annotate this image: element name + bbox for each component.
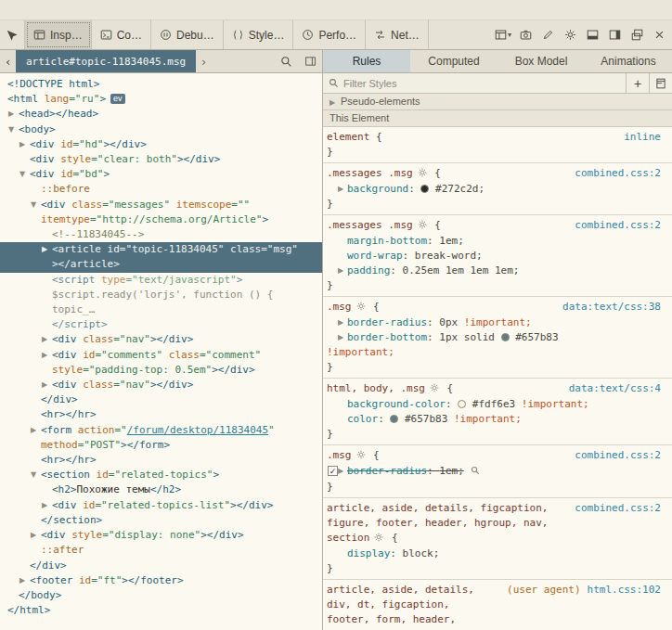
search-html-button[interactable] <box>274 50 298 72</box>
stylesheet-link[interactable]: data:text/css:38 <box>562 301 661 313</box>
frame-select-button[interactable]: ▾ <box>492 20 514 49</box>
sidebar-tab-box-model[interactable]: Box Model <box>498 50 585 72</box>
sidebar-tab-computed[interactable]: Computed <box>410 50 498 72</box>
expand-icon[interactable]: ▶ <box>31 528 41 543</box>
markup-line[interactable]: method="POST"></form> <box>0 438 322 453</box>
markup-line[interactable]: </div> <box>0 559 322 573</box>
markup-line[interactable]: ▼<div id="bd"> <box>0 167 322 182</box>
markup-line[interactable]: ▼<section id="related-topics"> <box>0 468 322 482</box>
computed-lookup-icon[interactable] <box>471 465 480 480</box>
css-declaration[interactable]: display: block; <box>323 546 672 561</box>
markup-line[interactable]: topic_… <box>0 302 322 317</box>
rule-selector[interactable]: html, body, .msg { <box>327 381 562 397</box>
expand-icon[interactable]: ▶ <box>338 182 347 197</box>
rule-selector[interactable]: .messages .msg { <box>327 166 567 182</box>
css-declaration[interactable]: ▶border-bottom: 1px solid #657b83 <box>323 330 672 345</box>
rule-selector[interactable]: article, aside, details,div, dt, figcapt… <box>327 583 499 630</box>
selector-highlighter-icon[interactable] <box>418 167 427 182</box>
markup-line[interactable]: </div> <box>0 392 322 407</box>
collapse-icon[interactable]: ▼ <box>31 198 41 212</box>
selector-highlighter-icon[interactable] <box>356 301 366 315</box>
selector-highlighter-icon[interactable] <box>430 382 439 397</box>
event-listener-badge[interactable]: ev <box>110 94 125 104</box>
markup-line[interactable]: $script.ready('lorjs', function () { <box>0 288 322 302</box>
expand-icon[interactable]: ▶ <box>338 264 347 278</box>
expand-icon[interactable]: ▶ <box>338 330 347 345</box>
markup-line[interactable]: ▶<div style="display: none"></div> <box>0 528 322 543</box>
markup-line[interactable]: ></article> <box>0 257 322 272</box>
filter-styles-input[interactable] <box>339 76 626 91</box>
css-declaration[interactable]: word-wrap: break-word; <box>323 249 672 264</box>
stylesheet-link[interactable]: combined.css:2 <box>575 219 661 231</box>
markup-line[interactable]: ▶<div id="related-topics-list"></div> <box>0 498 322 513</box>
rule-selector[interactable]: .msg { <box>327 448 567 464</box>
stylesheet-link[interactable]: combined.css:2 <box>575 167 661 179</box>
markup-line[interactable]: <!DOCTYPE html> <box>0 77 322 92</box>
markup-line[interactable]: <hr></hr> <box>0 407 322 422</box>
color-swatch[interactable] <box>501 333 510 341</box>
markup-line[interactable]: ▶<form action="/forum/desktop/11834045" <box>0 423 322 438</box>
markup-line[interactable]: ::before <box>0 182 322 197</box>
css-declaration[interactable]: ✓▶border-radius: 1em; <box>323 464 672 480</box>
markup-line[interactable]: </body> <box>0 588 322 603</box>
stylesheet-link[interactable]: html.css:102 <box>588 584 661 596</box>
markup-line[interactable]: </section> <box>0 513 322 528</box>
breadcrumb-back-button[interactable]: ‹ <box>0 50 16 72</box>
markup-line[interactable]: ::after <box>0 543 322 558</box>
separate-window-button[interactable] <box>626 20 648 49</box>
expand-icon[interactable]: ▶ <box>42 332 52 347</box>
color-swatch[interactable] <box>458 400 466 408</box>
breadcrumb-selected-node[interactable]: article#topic-11834045.msg <box>16 50 196 72</box>
devtools-tab-styleeditor[interactable]: Style… <box>224 20 294 49</box>
add-rule-button[interactable]: + <box>626 73 649 93</box>
expand-icon[interactable]: ▶ <box>42 242 52 257</box>
sidebar-tab-rules[interactable]: Rules <box>323 50 410 72</box>
split-console-button[interactable] <box>581 20 603 49</box>
expand-icon[interactable]: ▶ <box>338 464 347 479</box>
markup-line[interactable]: <h2>Похожие темы</h2> <box>0 482 322 497</box>
stylesheet-link[interactable]: combined.css:2 <box>575 502 661 514</box>
css-declaration[interactable]: ▶background: #272c2d; <box>323 182 672 197</box>
expand-icon[interactable]: ▶ <box>330 95 341 110</box>
markup-line[interactable]: ▶<article id="topic-11834045" class="msg… <box>0 242 322 257</box>
markup-line[interactable]: ▶<head></head> <box>0 107 322 122</box>
markup-line[interactable]: <script type="text/javascript"> <box>0 273 322 288</box>
expand-icon[interactable]: ▶ <box>42 378 52 392</box>
screenshot-button[interactable] <box>514 20 536 49</box>
markup-line[interactable]: itemtype="http://schema.org/Article"> <box>0 212 322 227</box>
sidebar-tab-animations[interactable]: Animations <box>585 50 672 72</box>
css-declaration[interactable]: background-color: #fdf6e3 !important; <box>323 397 672 412</box>
close-button[interactable] <box>648 20 670 49</box>
collapse-icon[interactable]: ▼ <box>8 122 19 137</box>
rule-selector[interactable]: article, aside, details, figcaption,figu… <box>327 501 567 546</box>
rule-selector[interactable]: .messages .msg { <box>327 218 567 234</box>
rule-selector[interactable]: element { <box>327 130 616 145</box>
markup-line[interactable]: </script> <box>0 317 322 332</box>
markup-line[interactable]: <!--11834045--> <box>0 227 322 242</box>
markup-line[interactable]: ▶<footer id="ft"></footer> <box>0 573 322 588</box>
selector-highlighter-icon[interactable] <box>374 532 383 546</box>
expand-icon[interactable]: ▶ <box>338 315 347 330</box>
devtools-tab-network[interactable]: Net… <box>366 20 429 49</box>
pseudo-elements-header[interactable]: ▶Pseudo-elements <box>323 94 672 110</box>
settings-button[interactable] <box>559 20 581 49</box>
devtools-tab-inspector[interactable]: Insp… <box>25 20 92 49</box>
expand-icon[interactable]: ▶ <box>31 423 41 438</box>
collapse-icon[interactable]: ▼ <box>19 167 30 182</box>
markup-line[interactable]: ▶<div class="nav"></div> <box>0 378 322 392</box>
dock-side-button[interactable] <box>603 20 626 49</box>
devtools-tab-debugger[interactable]: Debu… <box>151 20 224 49</box>
markup-line[interactable]: ▶<div class="nav"></div> <box>0 332 322 347</box>
css-declaration[interactable]: ▶padding: 0.25em 1em 1em 1em; <box>323 264 672 278</box>
collapse-icon[interactable]: ▼ <box>31 468 41 482</box>
expand-pane-button[interactable] <box>298 50 322 72</box>
declaration-enabled-checkbox[interactable]: ✓ <box>328 466 338 476</box>
markup-line[interactable]: ▼<body> <box>0 122 322 137</box>
attribute-link[interactable]: /forum/desktop/11834045 <box>127 424 268 436</box>
devtools-tab-console[interactable]: Co… <box>92 20 151 49</box>
markup-line[interactable]: ▶<div id="hd"></div> <box>0 137 322 152</box>
scratchpad-button[interactable] <box>536 20 559 49</box>
breadcrumb-forward-button[interactable]: › <box>196 50 212 72</box>
expand-icon[interactable]: ▶ <box>42 348 52 363</box>
markup-line[interactable]: style="padding-top: 0.5em"></div> <box>0 363 322 378</box>
